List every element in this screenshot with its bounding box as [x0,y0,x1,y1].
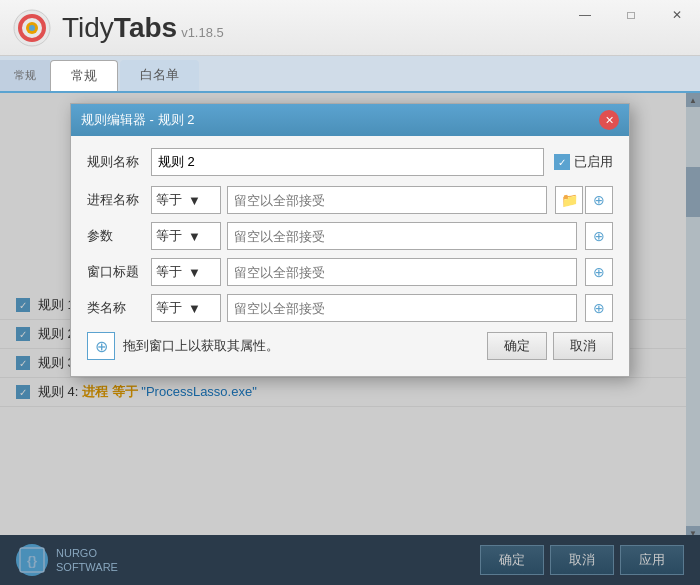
window-title-field-row: 窗口标题 等于 ▼ ⊕ [87,258,613,286]
target-row: ⊕ 拖到窗口上以获取其属性。 确定 取消 [87,332,613,360]
target-drag-icon[interactable]: ⊕ [87,332,115,360]
title-controls: — □ ✕ [562,0,700,30]
bottom-apply-button[interactable]: 应用 [620,545,684,575]
window-title-dropdown-arrow: ▼ [188,265,216,280]
params-field-row: 参数 等于 ▼ ⊕ [87,222,613,250]
process-name-field-row: 进程名称 等于 ▼ 📁 ⊕ [87,186,613,214]
close-button[interactable]: ✕ [654,0,700,30]
process-name-label: 进程名称 [87,191,151,209]
nurgo-logo: {} NURGO SOFTWARE [16,544,118,576]
crosshair-icon: ⊕ [593,264,605,280]
dialog-close-button[interactable]: ✕ [599,110,619,130]
target-hint-text: 拖到窗口上以获取其属性。 [123,337,487,355]
rule-editor-dialog: 规则编辑器 - 规则 2 ✕ 规则名称 ✓ 已启用 进程名称 [70,103,630,377]
window-title-operator[interactable]: 等于 ▼ [151,258,221,286]
bottom-buttons: 确定 取消 应用 [480,545,684,575]
nurgo-icon: {} [16,544,48,576]
class-name-dropdown-arrow: ▼ [188,301,216,316]
rule-name-input[interactable] [151,148,544,176]
class-name-input[interactable] [227,294,577,322]
class-name-field-row: 类名称 等于 ▼ ⊕ [87,294,613,322]
tab-general[interactable]: 常规 [50,60,118,91]
rule-name-label: 规则名称 [87,153,151,171]
process-name-folder-button[interactable]: 📁 [555,186,583,214]
window-title-crosshair-button[interactable]: ⊕ [585,258,613,286]
crosshair-icon: ⊕ [593,300,605,316]
params-operator[interactable]: 等于 ▼ [151,222,221,250]
params-dropdown-arrow: ▼ [188,229,216,244]
enabled-label: 已启用 [574,153,613,171]
sidebar-item-general[interactable]: 常规 [14,64,36,87]
window-title-label: 窗口标题 [87,263,151,281]
crosshair-drag-icon: ⊕ [95,337,108,356]
bottom-ok-button[interactable]: 确定 [480,545,544,575]
params-crosshair-button[interactable]: ⊕ [585,222,613,250]
params-label: 参数 [87,227,151,245]
dialog-action-buttons: 确定 取消 [487,332,613,360]
process-name-crosshair-button[interactable]: ⊕ [585,186,613,214]
svg-text:{}: {} [27,553,37,568]
bottom-cancel-button[interactable]: 取消 [550,545,614,575]
dialog-titlebar: 规则编辑器 - 规则 2 ✕ [71,104,629,136]
crosshair-icon: ⊕ [593,228,605,244]
crosshair-icon: ⊕ [593,192,605,208]
dialog-body: 规则名称 ✓ 已启用 进程名称 等于 ▼ 📁 [71,136,629,376]
class-name-label: 类名称 [87,299,151,317]
window-title-input[interactable] [227,258,577,286]
bottom-bar: {} NURGO SOFTWARE 确定 取消 应用 [0,535,700,585]
process-name-input[interactable] [227,186,547,214]
class-name-operator[interactable]: 等于 ▼ [151,294,221,322]
app-title-tidy: TidyTabs [62,12,177,44]
minimize-button[interactable]: — [562,0,608,30]
params-operator-value: 等于 [156,227,184,245]
folder-icon: 📁 [561,192,578,208]
main-area: ✓ 规则 1: 进程 等于 "360Safe.exe" ✓ 规则 2: 进程 等… [0,93,700,540]
enabled-toggle[interactable]: ✓ 已启用 [554,153,613,171]
window-title-operator-value: 等于 [156,263,184,281]
svg-point-3 [29,25,35,31]
dialog-ok-button[interactable]: 确定 [487,332,547,360]
nav-tabs: 常规 常规 白名单 [0,56,700,93]
nurgo-text: NURGO SOFTWARE [56,546,118,575]
title-bar: TidyTabs v1.18.5 — □ ✕ [0,0,700,56]
dialog-overlay: 规则编辑器 - 规则 2 ✕ 规则名称 ✓ 已启用 进程名称 [0,93,700,540]
app-version: v1.18.5 [181,25,224,40]
process-name-operator-value: 等于 [156,191,184,209]
class-name-crosshair-button[interactable]: ⊕ [585,294,613,322]
nurgo-subtitle: SOFTWARE [56,560,118,574]
dialog-cancel-button[interactable]: 取消 [553,332,613,360]
app-logo [12,8,52,48]
process-name-operator[interactable]: 等于 ▼ [151,186,221,214]
dialog-title: 规则编辑器 - 规则 2 [81,111,194,129]
maximize-button[interactable]: □ [608,0,654,30]
class-name-operator-value: 等于 [156,299,184,317]
rule-name-row: 规则名称 ✓ 已启用 [87,148,613,176]
process-name-dropdown-arrow: ▼ [188,193,216,208]
enabled-checkbox-icon: ✓ [554,154,570,170]
tab-whitelist[interactable]: 白名单 [120,60,199,91]
nurgo-name: NURGO [56,546,118,560]
params-input[interactable] [227,222,577,250]
